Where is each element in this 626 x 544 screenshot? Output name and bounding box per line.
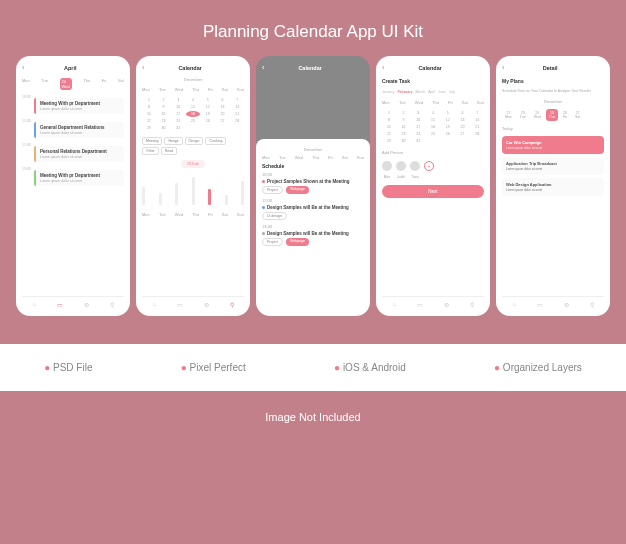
calendar-day[interactable]: 30 [397, 138, 411, 144]
calendar-day[interactable]: 21 [230, 111, 244, 117]
nav-profile-icon[interactable]: ⚲ [110, 301, 114, 308]
add-person-button[interactable]: + [424, 161, 434, 171]
calendar-day[interactable]: 12 [201, 104, 215, 110]
calendar-day[interactable]: 18 [426, 124, 440, 130]
nav-profile-icon[interactable]: ⚲ [590, 301, 594, 308]
calendar-day[interactable]: 19 [201, 111, 215, 117]
category-chip[interactable]: Meeting [142, 137, 162, 145]
calendar-day[interactable]: 31 [411, 138, 425, 144]
calendar-day[interactable]: 5 [201, 97, 215, 103]
calendar-day[interactable]: 22 [142, 118, 156, 124]
nav-home-icon[interactable]: ⌂ [32, 301, 36, 308]
date-pill[interactable]: 24Wed [531, 109, 544, 121]
calendar-day[interactable]: 11 [186, 104, 200, 110]
calendar-day[interactable]: 4 [186, 97, 200, 103]
calendar-day[interactable]: 2 [397, 110, 411, 116]
calendar-day[interactable]: 27 [216, 118, 230, 124]
month-tab[interactable]: March [415, 90, 425, 94]
date-pill[interactable]: 26Fri [560, 109, 570, 121]
back-icon[interactable]: ‹ [502, 64, 504, 71]
calendar-day[interactable]: 30 [157, 125, 171, 131]
next-button[interactable]: Next [382, 185, 484, 198]
calendar-day[interactable]: 17 [411, 124, 425, 130]
nav-profile-icon[interactable]: ⚲ [470, 301, 474, 308]
calendar-day[interactable]: 14 [230, 104, 244, 110]
calendar-day[interactable]: 7 [230, 97, 244, 103]
event-card[interactable]: Meeting With pr DepartmentLorem ipsum do… [34, 98, 124, 114]
back-icon[interactable]: ‹ [22, 64, 24, 71]
month-tab[interactable]: June [438, 90, 446, 94]
month-tab[interactable]: April [428, 90, 435, 94]
avatar[interactable] [410, 161, 420, 171]
calendar-day[interactable]: 1 [382, 110, 396, 116]
calendar-day[interactable]: 15 [382, 124, 396, 130]
calendar-grid[interactable]: 1234567891011121314151617181920212223242… [142, 97, 244, 131]
event-card[interactable]: General Department RelationsLorem ipsum … [34, 122, 124, 138]
month-tab[interactable]: July [449, 90, 455, 94]
nav-home-icon[interactable]: ⌂ [512, 301, 516, 308]
calendar-day[interactable]: 29 [382, 138, 396, 144]
calendar-day[interactable]: 31 [171, 125, 185, 131]
calendar-day[interactable]: 3 [171, 97, 185, 103]
schedule-chip[interactable]: Webpage [286, 238, 309, 246]
month-tab[interactable]: February [397, 90, 412, 94]
calendar-day[interactable]: 9 [397, 117, 411, 123]
calendar-day[interactable]: 8 [382, 117, 396, 123]
calendar-day[interactable]: 28 [230, 118, 244, 124]
plan-card[interactable]: Application Trip BroadcastLorem ipsum do… [502, 157, 604, 175]
calendar-day[interactable]: 3 [411, 110, 425, 116]
calendar-day[interactable]: 26 [441, 131, 455, 137]
calendar-day[interactable]: 29 [142, 125, 156, 131]
event-card[interactable]: Meeting With pr DepartmentLorem ipsum do… [34, 170, 124, 186]
schedule-chip[interactable]: Project [262, 238, 283, 246]
calendar-day[interactable]: 13 [456, 117, 470, 123]
plan-card[interactable]: Web Design ApplicationLorem ipsum dolor … [502, 178, 604, 196]
calendar-day[interactable]: 7 [470, 110, 484, 116]
date-pill[interactable]: 23Tue [517, 109, 529, 121]
schedule-chip[interactable]: Ui design [262, 212, 287, 220]
calendar-day[interactable]: 18 [186, 111, 200, 117]
calendar-day[interactable]: 13 [216, 104, 230, 110]
date-pill[interactable]: 25Thu [546, 109, 558, 121]
back-icon[interactable]: ‹ [382, 64, 384, 71]
calendar-day[interactable]: 16 [397, 124, 411, 130]
nav-home-icon[interactable]: ⌂ [392, 301, 396, 308]
nav-calendar-icon[interactable]: ▭ [177, 301, 183, 308]
category-chip[interactable]: Other [142, 147, 159, 155]
date-pills[interactable]: 22Mon23Tue24Wed25Thu26Fri27Sat [502, 109, 604, 121]
schedule-item[interactable]: 13:30Design Samples will Be at the Meeti… [262, 224, 364, 246]
nav-profile-icon[interactable]: ⚲ [230, 301, 234, 308]
calendar-day[interactable]: 6 [216, 97, 230, 103]
nav-settings-icon[interactable]: ⚙ [84, 301, 89, 308]
calendar-day[interactable]: 20 [456, 124, 470, 130]
calendar-day[interactable]: 5 [441, 110, 455, 116]
calendar-grid[interactable]: 1234567891011121314151617181920212223242… [382, 110, 484, 144]
date-pill[interactable]: 22Mon [502, 109, 515, 121]
schedule-item[interactable]: 12:00Design Samples will Be at the Meeti… [262, 198, 364, 220]
calendar-day[interactable]: 1 [142, 97, 156, 103]
nav-settings-icon[interactable]: ⚙ [564, 301, 569, 308]
calendar-day[interactable]: 11 [426, 117, 440, 123]
calendar-day[interactable]: 22 [382, 131, 396, 137]
calendar-day[interactable]: 14 [470, 117, 484, 123]
calendar-day[interactable]: 2 [157, 97, 171, 103]
calendar-day[interactable]: 16 [157, 111, 171, 117]
schedule-item[interactable]: 10:00Project Samples Shown at the Meetin… [262, 172, 364, 194]
calendar-day[interactable]: 25 [186, 118, 200, 124]
category-chip[interactable]: Cooking [205, 137, 226, 145]
nav-home-icon[interactable]: ⌂ [152, 301, 156, 308]
calendar-day[interactable]: 24 [411, 131, 425, 137]
calendar-day[interactable]: 27 [456, 131, 470, 137]
calendar-day[interactable]: 19 [441, 124, 455, 130]
calendar-day[interactable]: 24 [171, 118, 185, 124]
category-chip[interactable]: Design [185, 137, 204, 145]
date-pill[interactable]: 27Sat [572, 109, 583, 121]
back-icon[interactable]: ‹ [142, 64, 144, 71]
avatar[interactable] [396, 161, 406, 171]
nav-calendar-icon[interactable]: ▭ [537, 301, 543, 308]
plan-card[interactable]: Car Win CampaignLorem ipsum dolor sit am… [502, 136, 604, 154]
calendar-day[interactable]: 26 [201, 118, 215, 124]
calendar-day[interactable]: 23 [157, 118, 171, 124]
month-tab[interactable]: January [382, 90, 394, 94]
selected-day[interactable]: 24Wed [60, 78, 72, 90]
